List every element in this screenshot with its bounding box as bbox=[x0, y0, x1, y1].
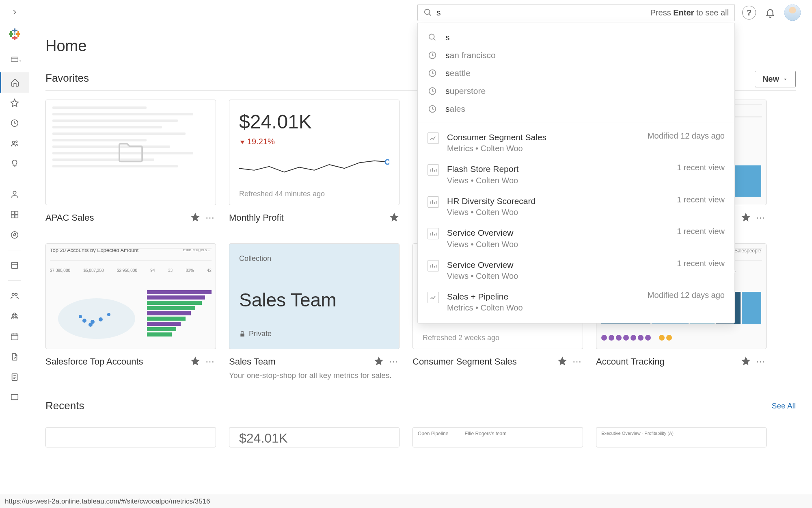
folder-icon bbox=[112, 137, 149, 168]
suggestion-search[interactable]: s bbox=[418, 28, 734, 46]
suggestion-recent[interactable]: san francisco bbox=[418, 46, 734, 64]
card-thumbnail: Collection Sales Team Private bbox=[229, 243, 400, 349]
result-sub: Metrics • Colten Woo bbox=[447, 303, 639, 313]
result-title: Service Overview bbox=[447, 259, 669, 271]
search-box[interactable]: Press Enter to see all bbox=[417, 4, 735, 21]
svg-point-20 bbox=[12, 293, 14, 296]
svg-point-39 bbox=[89, 323, 93, 327]
result-sub: Views • Colten Woo bbox=[447, 240, 669, 249]
card-menu-button[interactable]: ⋯ bbox=[754, 213, 767, 223]
card-recent[interactable]: Open Pipeline Ellie Rogers's team bbox=[412, 427, 583, 447]
result-meta: 1 recent view bbox=[677, 195, 725, 204]
result-sub: Metrics • Colten Woo bbox=[447, 144, 639, 153]
nav-recents[interactable] bbox=[0, 113, 29, 133]
card-title: Sales Team bbox=[229, 356, 370, 367]
nav-home[interactable] bbox=[0, 72, 29, 93]
nav-shared[interactable] bbox=[0, 133, 29, 154]
site-selector[interactable] bbox=[5, 52, 24, 67]
card-menu-button[interactable]: ⋯ bbox=[754, 356, 767, 367]
suggestion-recent[interactable]: superstore bbox=[418, 82, 734, 100]
clock-icon bbox=[428, 50, 437, 60]
star-icon[interactable] bbox=[741, 356, 751, 368]
search-result[interactable]: Sales + Pipeline Metrics • Colten Woo Mo… bbox=[418, 286, 734, 317]
result-sub: Views • Colten Woo bbox=[447, 208, 669, 217]
collection-title: Sales Team bbox=[239, 289, 389, 311]
card-menu-button[interactable]: ⋯ bbox=[204, 213, 216, 223]
card-thumbnail: Executive Overview - Profitability (A) bbox=[596, 427, 767, 447]
nav-external-assets[interactable] bbox=[0, 255, 29, 276]
recents-header: Recents See All bbox=[45, 399, 796, 418]
nav-personal-space[interactable] bbox=[0, 184, 29, 204]
search-result[interactable]: Service Overview Views • Colten Woo 1 re… bbox=[418, 222, 734, 254]
nav-site-status[interactable] bbox=[0, 387, 29, 408]
result-meta: Modified 12 days ago bbox=[648, 291, 725, 300]
topbar: Press Enter to see all s san francisco bbox=[29, 0, 812, 25]
svg-point-40 bbox=[107, 313, 110, 316]
card-salesforce-top-accounts[interactable]: Top 20 Accounts by Expected Amount Ellie… bbox=[45, 243, 216, 380]
card-menu-button[interactable]: ⋯ bbox=[387, 356, 400, 367]
nav-collections[interactable] bbox=[0, 204, 29, 225]
section-title: Recents bbox=[45, 399, 84, 412]
tableau-logo[interactable] bbox=[8, 28, 21, 41]
card-recent[interactable]: Executive Overview - Profitability (A) bbox=[596, 427, 767, 447]
card-thumbnail bbox=[45, 427, 216, 447]
star-icon[interactable] bbox=[190, 212, 201, 224]
collection-privacy: Private bbox=[239, 330, 389, 338]
card-recent[interactable]: $24.01K bbox=[229, 427, 400, 447]
nav-jobs[interactable] bbox=[0, 347, 29, 367]
result-meta: Modified 12 days ago bbox=[648, 131, 725, 141]
search-result[interactable]: Flash Store Report Views • Colten Woo 1 … bbox=[418, 158, 734, 190]
search-result[interactable]: Service Overview Views • Colten Woo 1 re… bbox=[418, 254, 734, 286]
help-button[interactable]: ? bbox=[742, 6, 756, 20]
nav-groups[interactable] bbox=[0, 306, 29, 326]
svg-rect-17 bbox=[15, 215, 17, 218]
star-icon[interactable] bbox=[557, 356, 568, 368]
suggestion-recent[interactable]: seattle bbox=[418, 64, 734, 82]
card-subtitle: Your one-stop-shop for all key metrics f… bbox=[229, 371, 400, 380]
card-monthly-profit[interactable]: $24.01K 19.21% Refreshed 44 minutes ago … bbox=[229, 100, 400, 224]
lock-icon bbox=[239, 331, 246, 337]
card-thumbnail: Top 20 Accounts by Expected Amount Ellie… bbox=[45, 243, 216, 349]
search-result[interactable]: Consumer Segment Sales Metrics • Colten … bbox=[418, 126, 734, 158]
metric-icon bbox=[428, 132, 439, 144]
svg-point-28 bbox=[425, 9, 430, 15]
result-title: Consumer Segment Sales bbox=[447, 131, 639, 143]
card-apac-sales[interactable]: APAC Sales ⋯ bbox=[45, 100, 216, 224]
star-icon[interactable] bbox=[190, 356, 201, 368]
card-recent[interactable] bbox=[45, 427, 216, 447]
search-input[interactable] bbox=[436, 8, 646, 17]
search-icon bbox=[428, 33, 437, 42]
nav-recommendations[interactable] bbox=[0, 154, 29, 174]
section-title: Favorites bbox=[45, 72, 89, 85]
notifications-button[interactable] bbox=[763, 6, 777, 20]
sidebar-expand-button[interactable] bbox=[5, 5, 24, 20]
svg-point-37 bbox=[91, 320, 95, 324]
new-button[interactable]: New bbox=[755, 71, 796, 87]
result-sub: Views • Colten Woo bbox=[447, 176, 669, 185]
see-all-link[interactable]: See All bbox=[772, 402, 796, 410]
svg-rect-7 bbox=[17, 31, 19, 37]
suggestion-recent[interactable]: sales bbox=[418, 100, 734, 118]
card-title: Monthly Profit bbox=[229, 213, 386, 223]
result-title: Service Overview bbox=[447, 227, 669, 239]
nav-tasks[interactable] bbox=[0, 367, 29, 387]
card-menu-button[interactable]: ⋯ bbox=[571, 356, 583, 367]
view-icon bbox=[428, 228, 439, 239]
star-icon[interactable] bbox=[374, 356, 384, 368]
star-icon[interactable] bbox=[741, 212, 751, 224]
nav-explore[interactable] bbox=[0, 225, 29, 245]
svg-rect-19 bbox=[11, 263, 17, 269]
chevron-down-icon bbox=[782, 76, 788, 82]
card-sales-team-collection[interactable]: Collection Sales Team Private Sales Team… bbox=[229, 243, 400, 380]
nav-favorites[interactable] bbox=[0, 93, 29, 113]
user-avatar[interactable] bbox=[784, 4, 801, 21]
card-menu-button[interactable]: ⋯ bbox=[204, 356, 216, 367]
search-result[interactable]: HR Diversity Scorecard Views • Colten Wo… bbox=[418, 190, 734, 222]
metric-icon bbox=[428, 292, 439, 303]
result-title: Sales + Pipeline bbox=[447, 291, 639, 302]
star-icon[interactable] bbox=[389, 212, 400, 224]
sidebar bbox=[0, 0, 29, 508]
nav-schedules[interactable] bbox=[0, 326, 29, 347]
result-title: HR Diversity Scorecard bbox=[447, 195, 669, 207]
nav-users[interactable] bbox=[0, 286, 29, 306]
